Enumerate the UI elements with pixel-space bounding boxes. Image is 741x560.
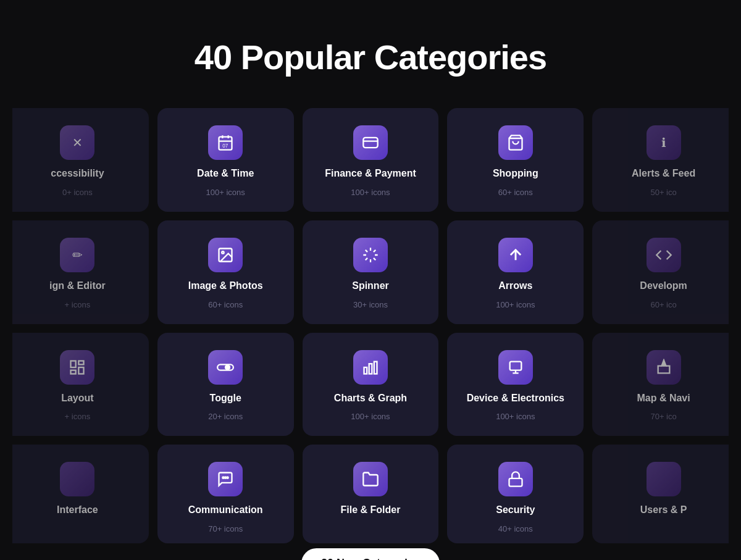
accessibility-icon: ✕	[60, 125, 94, 160]
image-photos-subtitle: 60+ icons	[208, 300, 243, 309]
svg-rect-13	[79, 367, 84, 374]
arrows-icon	[498, 238, 533, 272]
category-card-file-folder[interactable]: File & Folder	[303, 445, 439, 543]
svg-rect-19	[374, 361, 377, 374]
finance-payment-icon	[353, 125, 388, 160]
alerts-feed-subtitle: 50+ ico	[650, 188, 676, 197]
device-electronics-subtitle: 100+ icons	[496, 412, 535, 421]
map-navi-subtitle: 70+ ico	[650, 412, 676, 421]
communication-icon	[208, 462, 243, 496]
svg-point-24	[225, 477, 226, 479]
security-icon	[498, 462, 533, 496]
category-card-arrows[interactable]: Arrows100+ icons	[447, 220, 584, 324]
map-navi-title: Map & Navi	[637, 392, 690, 405]
category-card-layout[interactable]: Layout+ icons	[12, 333, 149, 437]
svg-rect-12	[79, 361, 84, 364]
users-icon	[647, 462, 681, 496]
image-photos-title: Image & Photos	[188, 280, 263, 293]
category-card-accessibility[interactable]: ✕ccessibility0+ icons	[12, 108, 149, 212]
new-categories-badge[interactable]: 20 New Categories	[301, 548, 440, 560]
category-card-map-navi[interactable]: Map & Navi70+ ico	[592, 333, 729, 437]
date-time-subtitle: 100+ icons	[206, 188, 245, 197]
alerts-feed-title: Alerts & Feed	[632, 167, 695, 180]
charts-graph-icon	[353, 350, 388, 385]
category-card-toggle[interactable]: Toggle20+ icons	[157, 333, 294, 437]
finance-payment-subtitle: 100+ icons	[351, 188, 390, 197]
shopping-icon	[498, 125, 533, 160]
svg-point-16	[225, 365, 230, 369]
spinner-icon	[353, 238, 388, 272]
category-card-alerts-feed[interactable]: ℹAlerts & Feed50+ ico	[592, 108, 729, 212]
users-title: Users & P	[640, 504, 687, 517]
categories-grid: ✕ccessibility0+ icons07Date & Time100+ i…	[0, 108, 741, 543]
category-card-image-photos[interactable]: Image & Photos60+ icons	[157, 220, 294, 324]
category-card-charts-graph[interactable]: Charts & Graph100+ icons	[303, 333, 439, 437]
charts-graph-subtitle: 100+ icons	[351, 412, 390, 421]
toggle-subtitle: 20+ icons	[208, 412, 243, 421]
design-editor-title: ign & Editor	[49, 280, 106, 293]
security-title: Security	[496, 504, 535, 517]
svg-rect-20	[509, 361, 521, 370]
date-time-icon: 07	[208, 125, 243, 160]
category-card-shopping[interactable]: Shopping60+ icons	[447, 108, 584, 212]
shopping-subtitle: 60+ icons	[498, 188, 533, 197]
category-card-security[interactable]: Security40+ icons	[447, 445, 584, 543]
charts-graph-title: Charts & Graph	[334, 392, 407, 405]
svg-text:07: 07	[223, 143, 229, 149]
security-subtitle: 40+ icons	[498, 524, 533, 533]
communication-subtitle: 70+ icons	[208, 524, 243, 533]
finance-payment-title: Finance & Payment	[325, 167, 416, 180]
date-time-title: Date & Time	[197, 167, 254, 180]
image-photos-icon	[208, 238, 243, 272]
page-wrapper: 40 Popular Categories ✕ccessibility0+ ic…	[0, 0, 741, 560]
arrows-subtitle: 100+ icons	[496, 300, 535, 309]
communication-title: Communication	[188, 504, 263, 517]
device-electronics-title: Device & Electronics	[467, 392, 564, 405]
category-card-development[interactable]: Developm60+ ico	[592, 220, 729, 324]
file-folder-title: File & Folder	[341, 504, 401, 517]
arrows-title: Arrows	[498, 280, 532, 293]
svg-rect-26	[509, 479, 522, 487]
svg-point-25	[227, 477, 228, 479]
map-navi-icon	[647, 350, 681, 385]
design-editor-subtitle: + icons	[65, 300, 91, 309]
category-card-design-editor[interactable]: ✏ign & Editor+ icons	[12, 220, 149, 324]
svg-point-9	[222, 251, 224, 254]
interface-title: Interface	[57, 504, 98, 517]
svg-rect-5	[363, 138, 377, 148]
category-card-communication[interactable]: Communication70+ icons	[157, 445, 294, 543]
file-folder-icon	[353, 462, 388, 496]
category-card-users[interactable]: Users & P	[592, 445, 729, 543]
category-card-finance-payment[interactable]: Finance & Payment100+ icons	[303, 108, 439, 212]
svg-rect-17	[364, 367, 367, 374]
interface-icon	[60, 462, 94, 496]
svg-rect-11	[71, 361, 76, 367]
svg-point-23	[223, 477, 224, 479]
device-electronics-icon	[498, 350, 533, 385]
svg-rect-18	[369, 364, 372, 374]
page-title: 40 Popular Categories	[0, 37, 741, 77]
development-title: Developm	[640, 280, 687, 293]
category-card-spinner[interactable]: Spinner30+ icons	[303, 220, 439, 324]
layout-subtitle: + icons	[65, 412, 91, 421]
category-card-device-electronics[interactable]: Device & Electronics100+ icons	[447, 333, 584, 437]
alerts-feed-icon: ℹ	[647, 125, 681, 160]
toggle-title: Toggle	[210, 392, 241, 405]
category-card-interface[interactable]: Interface	[12, 445, 149, 543]
new-badge-wrapper: 20 New Categories	[0, 548, 741, 560]
accessibility-subtitle: 0+ icons	[62, 188, 93, 197]
layout-title: Layout	[61, 392, 93, 405]
spinner-subtitle: 30+ icons	[353, 300, 388, 309]
design-editor-icon: ✏	[60, 238, 94, 272]
shopping-title: Shopping	[493, 167, 538, 180]
svg-rect-14	[71, 370, 76, 374]
spinner-title: Spinner	[352, 280, 389, 293]
development-subtitle: 60+ ico	[650, 300, 676, 309]
toggle-icon	[208, 350, 243, 385]
category-card-date-time[interactable]: 07Date & Time100+ icons	[157, 108, 294, 212]
layout-icon	[60, 350, 94, 385]
accessibility-title: ccessibility	[51, 167, 104, 180]
development-icon	[647, 238, 681, 272]
